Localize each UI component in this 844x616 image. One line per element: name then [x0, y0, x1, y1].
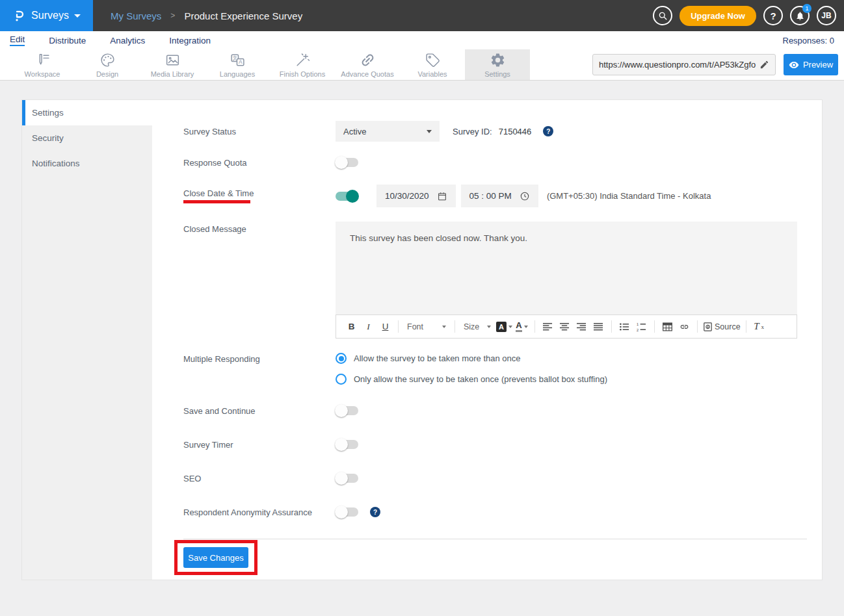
toolbar-right: https://www.questionpro.com/t/AP53kZgfo … [592, 49, 844, 80]
radio-label: Allow the survey to be taken more than o… [354, 353, 521, 363]
survey-status-select[interactable]: Active [336, 121, 440, 142]
breadcrumb: My Surveys > Product Experience Survey [93, 0, 302, 31]
numbered-list-button[interactable]: 12 [634, 319, 649, 335]
sidebar-item-security[interactable]: Security [22, 125, 152, 151]
close-date-value: 10/30/2020 [385, 191, 429, 201]
bg-color-icon: A [496, 322, 507, 332]
insert-table-button[interactable] [660, 319, 675, 335]
tab-distribute[interactable]: Distribute [49, 36, 86, 45]
survey-status-value: Active [343, 127, 366, 136]
header-actions: Upgrade Now ? 1 JB [653, 0, 844, 31]
settings-sidebar: Settings Security Notifications [22, 100, 152, 580]
toolbar-separator [611, 320, 612, 333]
toolbar-separator [746, 320, 746, 333]
bold-button[interactable]: B [344, 319, 359, 335]
product-name: Surveys [31, 10, 69, 21]
chevron-down-icon [508, 326, 512, 328]
respondent-anonymity-label: Respondent Anonymity Assurance [183, 507, 336, 517]
eye-icon [789, 60, 799, 70]
toolbar-item-advance-quotas[interactable]: Advance Quotas [335, 49, 400, 80]
align-right-button[interactable] [574, 319, 589, 335]
rich-text-toolbar: B I U Font Size A A [336, 314, 797, 339]
anonymity-help-icon[interactable]: ? [370, 507, 380, 517]
form-divider [183, 539, 807, 539]
search-icon [658, 11, 668, 21]
magic-wand-icon [295, 52, 311, 68]
background-color-button[interactable]: A [496, 319, 512, 335]
toolbar-item-workspace[interactable]: Workspace [10, 49, 75, 80]
chevron-down-icon [524, 326, 528, 328]
edit-url-button[interactable] [759, 60, 769, 70]
tab-edit[interactable]: Edit [10, 34, 25, 46]
close-date-input[interactable]: 10/30/2020 [376, 185, 456, 207]
radio-option-once[interactable]: Only allow the survey to be taken once (… [336, 374, 607, 385]
align-justify-button[interactable] [591, 319, 606, 335]
toolbar-item-media-library[interactable]: Media Library [140, 49, 205, 80]
tab-integration[interactable]: Integration [169, 36, 211, 45]
align-right-icon [577, 322, 587, 331]
sidebar-item-settings[interactable]: Settings [22, 100, 152, 125]
response-quota-label: Response Quota [183, 158, 336, 168]
survey-url-field[interactable]: https://www.questionpro.com/t/AP53kZgfo [592, 54, 776, 75]
radio-icon[interactable] [336, 353, 347, 364]
toolbar-item-finish-options[interactable]: Finish Options [270, 49, 335, 80]
tab-analytics[interactable]: Analytics [110, 36, 145, 45]
svg-text:A: A [238, 58, 242, 65]
seo-label: SEO [183, 474, 336, 483]
seo-toggle[interactable] [336, 474, 358, 483]
upgrade-now-button[interactable]: Upgrade Now [679, 6, 756, 26]
help-button[interactable]: ? [763, 6, 783, 25]
toolbar-item-settings[interactable]: Settings [465, 49, 530, 80]
preview-button[interactable]: Preview [784, 54, 838, 75]
align-center-button[interactable] [557, 319, 572, 335]
bullet-list-button[interactable] [617, 319, 632, 335]
survey-timer-label: Survey Timer [183, 440, 336, 450]
survey-url-text: https://www.questionpro.com/t/AP53kZgfo [599, 60, 759, 70]
align-center-icon [560, 322, 570, 331]
source-button[interactable]: Source [703, 319, 741, 335]
insert-link-button[interactable] [677, 319, 692, 335]
response-quota-toggle[interactable] [336, 158, 358, 167]
survey-id-value: 7150446 [499, 127, 532, 136]
edit-toolbar: Workspace Design Media Library 文 A Langu… [0, 49, 844, 81]
survey-id-help-icon[interactable]: ? [543, 126, 553, 136]
workspace-icon [34, 52, 51, 68]
app-logo[interactable]: Surveys [0, 0, 93, 31]
close-time-input[interactable]: 05 : 00 PM [461, 185, 538, 207]
source-doc-icon [703, 322, 713, 331]
save-changes-button[interactable]: Save Changes [183, 547, 248, 568]
radio-label: Only allow the survey to be taken once (… [354, 374, 607, 384]
close-date-label-wrap: Close Date & Time [183, 188, 336, 203]
remove-format-button[interactable]: Tx [752, 319, 767, 335]
settings-form: Survey Status Active Survey ID: 7150446 … [152, 100, 823, 580]
toolbar-separator [697, 320, 698, 333]
sidebar-item-notifications[interactable]: Notifications [22, 151, 152, 176]
toolbar-item-variables[interactable]: Variables [400, 49, 465, 80]
breadcrumb-my-surveys[interactable]: My Surveys [111, 10, 161, 21]
toolbar-separator [654, 320, 655, 333]
size-select[interactable]: Size [460, 319, 494, 335]
font-select[interactable]: Font [404, 319, 449, 335]
text-color-button[interactable]: A [514, 319, 529, 335]
response-quota-row: Response Quota [183, 156, 797, 169]
table-icon [663, 322, 672, 331]
pencil-icon [759, 60, 769, 70]
align-left-button[interactable] [540, 319, 555, 335]
close-date-toggle[interactable] [336, 192, 358, 201]
underline-button[interactable]: U [378, 319, 393, 335]
radio-icon[interactable] [336, 374, 347, 385]
notification-badge: 1 [802, 4, 811, 13]
survey-timer-toggle[interactable] [336, 440, 358, 449]
toolbar-separator [455, 320, 455, 333]
notifications-button[interactable]: 1 [790, 6, 810, 25]
responses-count: Responses: 0 [783, 36, 835, 45]
save-and-continue-toggle[interactable] [336, 406, 358, 415]
search-button[interactable] [653, 6, 672, 25]
toolbar-item-languages[interactable]: 文 A Languages [205, 49, 270, 80]
closed-message-textarea[interactable]: This survey has been closed now. Thank y… [336, 222, 797, 314]
user-avatar[interactable]: JB [817, 6, 836, 25]
toolbar-item-design[interactable]: Design [75, 49, 140, 80]
respondent-anonymity-toggle[interactable] [336, 507, 358, 517]
italic-button[interactable]: I [361, 319, 376, 335]
radio-option-multiple[interactable]: Allow the survey to be taken more than o… [336, 353, 521, 364]
